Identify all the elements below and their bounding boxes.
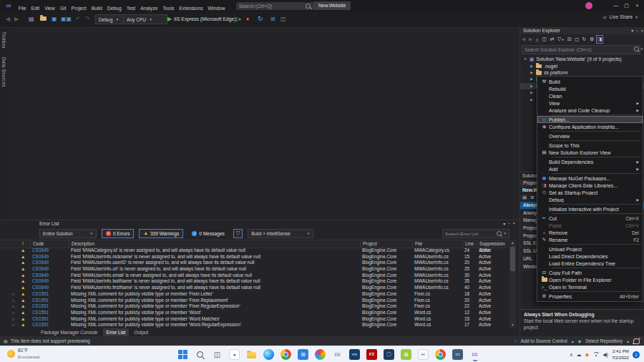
taskbar-icon-snipping-tool[interactable]: ✂ bbox=[417, 348, 429, 361]
menu-test[interactable]: Test bbox=[124, 3, 137, 11]
menu-build[interactable]: Build bbox=[89, 3, 104, 11]
menu-item-paste[interactable]: PasteCtrl+V bbox=[537, 222, 643, 229]
menu-item-manage-nuget-packages[interactable]: ▣Manage NuGet Packages... bbox=[537, 175, 643, 182]
menu-item-open-folder-in-file-explorer[interactable]: Open Folder in File Explorer bbox=[537, 276, 643, 283]
quick-search-box[interactable]: Search (Ctrl+Q) bbox=[236, 2, 313, 10]
taskbar-icon-file-explorer[interactable] bbox=[245, 348, 258, 361]
taskbar-icon-photos[interactable] bbox=[314, 348, 326, 361]
chevron-right-icon[interactable]: ▶ bbox=[530, 84, 534, 88]
error-row-cs0649-35-mwauserinfo-cs[interactable]: ▲CS0649Field 'MWAUserInfo.lastName' is n… bbox=[0, 278, 509, 285]
chevron-right-icon[interactable]: ▶ bbox=[530, 77, 534, 81]
dock-tab-error-list[interactable]: Error List bbox=[103, 328, 130, 336]
multi-environment-filter-button[interactable]: ▽ bbox=[233, 229, 243, 238]
chevron-up-icon[interactable]: ▴ bbox=[627, 338, 629, 343]
menu-item-load-direct-dependencies[interactable]: Load Direct Dependencies bbox=[537, 253, 643, 260]
menu-extensions[interactable]: Extensions bbox=[177, 3, 205, 11]
menu-item-build[interactable]: ⚒Build bbox=[537, 78, 643, 85]
taskbar-icon-remote-desktop[interactable]: ▭ bbox=[452, 348, 464, 361]
notifications-bell-icon[interactable] bbox=[633, 338, 640, 343]
menu-git[interactable]: Git bbox=[57, 3, 69, 11]
taskbar-clock[interactable]: 2:41 PM 7/2/2022 bbox=[612, 348, 629, 360]
add-to-source-control-button[interactable]: Add to Source Control bbox=[521, 338, 567, 343]
restart-icon[interactable]: ↻ bbox=[258, 14, 263, 24]
chevron-down-icon[interactable]: ▾ bbox=[503, 221, 505, 226]
column-header-description[interactable]: Description bbox=[69, 240, 360, 248]
error-row-cs0649-30-mwauserinfo-cs[interactable]: ▲CS0649Field 'MWAUserInfo.email' is neve… bbox=[0, 273, 509, 279]
error-row-cs1591-12-word-cs[interactable]: ▷▲CS1591Missing XML comment for publicly… bbox=[0, 310, 509, 316]
source-filter-dropdown[interactable]: Build + IntelliSense ▼ bbox=[248, 229, 313, 238]
wifi-icon[interactable] bbox=[592, 352, 599, 357]
chevron-right-icon[interactable]: ▶ bbox=[530, 71, 534, 74]
live-share-button[interactable]: ☺ Live Share ▼ bbox=[602, 14, 638, 19]
dock-tab-output[interactable]: Output bbox=[130, 328, 152, 336]
column-header-line[interactable]: Line bbox=[462, 240, 477, 248]
scroll-up-icon[interactable]: ▲ bbox=[509, 240, 516, 246]
taskbar-icon-edge[interactable] bbox=[263, 348, 275, 361]
error-row-cs0649-24-mwacategory-cs[interactable]: ▲CS0649Field 'MWACategory.id' is never a… bbox=[0, 248, 509, 254]
switch-views-icon[interactable]: ◫ bbox=[542, 36, 547, 42]
menu-item-publish[interactable]: ◎Publish... bbox=[537, 116, 643, 123]
menu-item-remove[interactable]: ×RemoveDel bbox=[537, 229, 643, 236]
menu-item-unload-project[interactable]: Unload Project bbox=[537, 245, 643, 253]
save-all-icon[interactable]: ▣▣ bbox=[61, 14, 72, 24]
error-row-cs1591-15-word-cs[interactable]: ▷▲CS1591Missing XML comment for publicly… bbox=[0, 316, 509, 323]
scope-dropdown[interactable]: Entire Solution ▼ bbox=[39, 229, 97, 238]
navigate-forward-icon[interactable]: ▶ bbox=[14, 14, 19, 24]
column-header-project[interactable]: Project bbox=[360, 240, 412, 248]
onedrive-cloud-icon[interactable]: ☁ bbox=[577, 352, 582, 358]
sync-icon[interactable]: ⇄ bbox=[550, 36, 555, 42]
back-icon[interactable]: ◀ bbox=[522, 36, 525, 42]
error-row-cs1591-17-word-cs[interactable]: ▷▲CS1591Missing XML comment for publicly… bbox=[0, 322, 509, 328]
hot-reload-icon[interactable]: ♦ bbox=[246, 14, 249, 24]
menu-help[interactable]: Help bbox=[228, 3, 230, 11]
menu-file[interactable]: File bbox=[16, 3, 29, 11]
taskbar-icon-search[interactable] bbox=[194, 348, 206, 361]
platform-dropdown[interactable]: Any CPU▼ bbox=[123, 14, 167, 24]
configuration-dropdown[interactable]: Debug▼ bbox=[95, 14, 124, 24]
chevron-down-icon[interactable]: ▾ bbox=[631, 27, 633, 34]
expand-icon[interactable]: ▷ bbox=[12, 303, 18, 310]
menu-item-copy-full-path[interactable]: ⊡Copy Full Path bbox=[537, 269, 643, 276]
error-row-cs0649-20-mwauserinfo-cs[interactable]: ▲CS0649Field 'MWAUserInfo.userID' is nev… bbox=[0, 260, 509, 266]
taskbar-icon-task-view[interactable]: ◫ bbox=[211, 348, 223, 361]
menu-item-open-in-terminal[interactable]: >_Open in Terminal bbox=[537, 283, 643, 290]
expand-icon[interactable]: ▷ bbox=[12, 291, 18, 298]
tree-item-sk-platform[interactable]: ▶sk.platform bbox=[520, 69, 644, 76]
menu-item-build-dependencies[interactable]: Build Dependencies▶ bbox=[537, 158, 643, 165]
properties-icon[interactable]: ⚙ bbox=[590, 36, 594, 42]
select-repository-button[interactable]: Select Repository bbox=[585, 338, 623, 343]
undo-icon[interactable]: ↶ bbox=[76, 14, 81, 24]
error-row-cs1591-22-fixer-cs[interactable]: ▷▲CS1591Missing XML comment for publicly… bbox=[0, 303, 509, 310]
menu-view[interactable]: View bbox=[42, 3, 58, 11]
chevron-down-icon[interactable]: ▼ bbox=[640, 47, 643, 51]
notification-count-badge[interactable]: 2 bbox=[633, 351, 640, 358]
menu-debug[interactable]: Debug bbox=[104, 3, 124, 11]
pin-icon[interactable]: ▫ bbox=[636, 27, 638, 34]
scrollbar-thumb[interactable] bbox=[510, 247, 515, 271]
navigate-back-icon[interactable]: ◀ bbox=[6, 14, 10, 24]
menu-edit[interactable]: Edit bbox=[29, 3, 42, 11]
menu-item-add[interactable]: Add▶ bbox=[537, 165, 643, 172]
filter-icon[interactable]: ▽▼ bbox=[557, 36, 564, 42]
taskbar-icon-vmware[interactable]: vm bbox=[348, 348, 361, 361]
menu-item-configure-application-insights[interactable]: ◉Configure Application Insights... bbox=[537, 123, 643, 130]
taskbar-icon-chat[interactable]: ● bbox=[228, 348, 240, 361]
taskbar-icon-visual-studio[interactable]: ∞ bbox=[331, 348, 343, 361]
close-icon[interactable]: × bbox=[640, 27, 643, 34]
open-folder-icon[interactable] bbox=[40, 14, 47, 24]
column-header-file[interactable]: File bbox=[412, 240, 462, 248]
error-row-cs0649-15-mwauserinfo-cs[interactable]: ▲CS0649Field 'MWAUserInfo.nickname' is n… bbox=[0, 254, 509, 260]
categorized-icon[interactable]: ▤ bbox=[522, 195, 527, 200]
errors-filter-button[interactable]: × 0 Errors bbox=[102, 229, 134, 238]
messages-filter-button[interactable]: i 0 Messages bbox=[188, 230, 228, 238]
expand-icon[interactable]: ▷ bbox=[12, 298, 18, 304]
redo-icon[interactable]: ↷ bbox=[85, 14, 90, 24]
run-button[interactable]: ▶ IIS Express (Microsoft Edge) ▼ bbox=[167, 14, 242, 24]
tree-item-solution-new-website-9-of-9-projects[interactable]: ▼▦Solution 'New.Website' (9 of 9 project… bbox=[520, 56, 644, 62]
side-tab-toolbox[interactable]: Toolbox bbox=[0, 27, 9, 53]
taskbar-icon-chrome-2[interactable] bbox=[434, 348, 447, 361]
taskbar-icon-filezilla[interactable]: FZ bbox=[366, 348, 378, 361]
show-hidden-icons-chevron[interactable]: ∧ bbox=[570, 352, 573, 358]
tree-item-nuget[interactable]: ▶.nuget bbox=[520, 62, 644, 69]
preview-selected-items-icon[interactable]: ◨ bbox=[597, 36, 602, 42]
